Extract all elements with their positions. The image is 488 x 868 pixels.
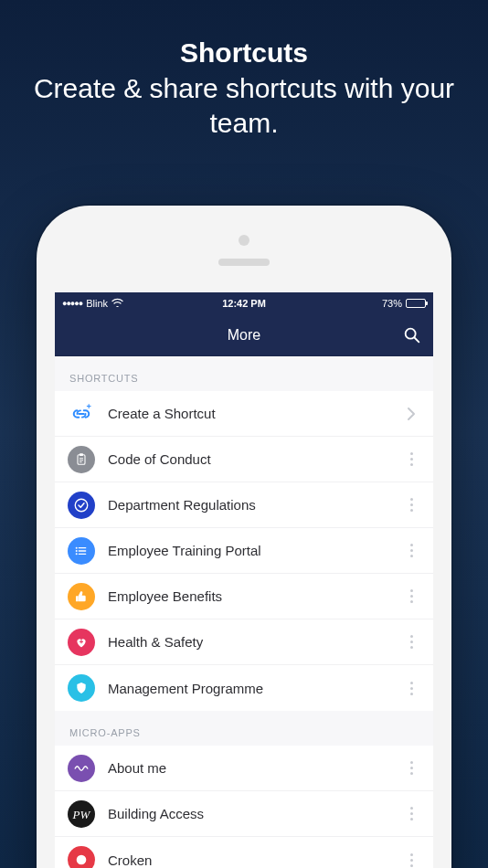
kebab-icon — [410, 452, 413, 466]
list-item[interactable]: Health & Safety — [55, 619, 433, 665]
svg-point-8 — [75, 499, 88, 512]
promo-subtitle: Create & share shortcuts with your team. — [27, 71, 461, 140]
chevron-right-icon — [400, 403, 422, 425]
thumbs-up-icon — [68, 583, 95, 610]
svg-point-19 — [77, 855, 87, 865]
shield-icon — [68, 674, 95, 702]
more-options-button[interactable] — [400, 631, 422, 653]
kebab-icon — [410, 853, 413, 867]
kebab-icon — [410, 544, 413, 557]
link-plus-icon: + — [68, 400, 95, 428]
status-left: ●●●●● Blink — [62, 298, 222, 309]
carrier-label: Blink — [86, 298, 108, 309]
list-item[interactable]: Management Programme — [55, 665, 433, 711]
svg-text:PW: PW — [72, 808, 91, 821]
list-item-label: Health & Safety — [108, 634, 400, 650]
svg-line-1 — [415, 337, 419, 342]
more-options-button[interactable] — [400, 677, 422, 699]
list-item-label: Department Regulations — [108, 497, 400, 513]
more-options-button[interactable] — [400, 586, 422, 608]
screen: ●●●●● Blink 12:42 PM 73% More SHORTCUTS … — [55, 292, 433, 868]
shortcuts-list: +Create a ShortcutCode of ConductDepartm… — [55, 391, 433, 711]
more-options-button[interactable] — [400, 757, 422, 779]
svg-point-12 — [76, 546, 78, 548]
nav-title: More — [228, 327, 260, 344]
status-time: 12:42 PM — [222, 298, 266, 309]
list-item[interactable]: PWBuilding Access — [55, 791, 433, 837]
phone-frame: ●●●●● Blink 12:42 PM 73% More SHORTCUTS … — [37, 206, 451, 868]
pw-icon: PW — [68, 800, 95, 828]
svg-rect-15 — [76, 596, 79, 601]
list-item-label: Management Programme — [108, 681, 400, 696]
section-header-microapps: MICRO-APPS — [55, 711, 433, 746]
status-bar: ●●●●● Blink 12:42 PM 73% — [55, 292, 433, 314]
list-item[interactable]: Employee Training Portal — [55, 528, 433, 574]
promo-title: Shortcuts — [27, 37, 461, 69]
list-item-label: Croken — [108, 852, 400, 868]
list-item[interactable]: Code of Conduct — [55, 437, 433, 482]
kebab-icon — [410, 807, 413, 820]
kebab-icon — [410, 635, 413, 649]
battery-icon — [406, 299, 426, 308]
list-item-label: About me — [108, 760, 400, 776]
clipboard-icon — [68, 446, 95, 473]
more-options-button[interactable] — [400, 803, 422, 825]
list-item[interactable]: Employee Benefits — [55, 574, 433, 619]
svg-point-14 — [76, 553, 78, 555]
list-item-label: Create a Shortcut — [108, 406, 400, 421]
svg-text:+: + — [87, 404, 91, 411]
list-icon — [68, 537, 95, 565]
microapps-list: About mePWBuilding AccessCroken — [55, 746, 433, 868]
more-options-button[interactable] — [400, 494, 422, 516]
list-item[interactable]: Croken — [55, 837, 433, 868]
list-item[interactable]: Department Regulations — [55, 482, 433, 528]
wave-icon — [68, 755, 95, 782]
heart-plus-icon — [68, 629, 95, 656]
more-options-button[interactable] — [400, 540, 422, 562]
svg-rect-3 — [78, 454, 85, 464]
battery-percent-label: 73% — [382, 298, 402, 309]
check-circle-icon — [68, 492, 95, 519]
svg-rect-4 — [80, 453, 83, 456]
list-item[interactable]: About me — [55, 746, 433, 791]
kebab-icon — [410, 589, 413, 603]
kebab-icon — [410, 761, 413, 775]
svg-point-0 — [406, 328, 416, 338]
nav-bar: More — [55, 314, 433, 356]
wifi-icon — [111, 298, 123, 309]
svg-point-13 — [76, 550, 78, 552]
search-button[interactable] — [402, 325, 422, 345]
generic-icon — [68, 846, 95, 868]
search-icon — [402, 325, 422, 345]
list-item-label: Building Access — [108, 806, 400, 821]
more-options-button[interactable] — [400, 449, 422, 471]
kebab-icon — [410, 498, 413, 512]
signal-dots-icon: ●●●●● — [62, 299, 82, 308]
promo-banner: Shortcuts Create & share shortcuts with … — [0, 0, 488, 167]
list-item-label: Employee Benefits — [108, 588, 400, 604]
more-options-button[interactable] — [400, 849, 422, 868]
list-item-label: Employee Training Portal — [108, 543, 400, 558]
kebab-icon — [410, 682, 413, 695]
section-header-shortcuts: SHORTCUTS — [55, 356, 433, 391]
list-item[interactable]: +Create a Shortcut — [55, 391, 433, 437]
list-item-label: Code of Conduct — [108, 451, 400, 467]
status-right: 73% — [266, 298, 426, 309]
